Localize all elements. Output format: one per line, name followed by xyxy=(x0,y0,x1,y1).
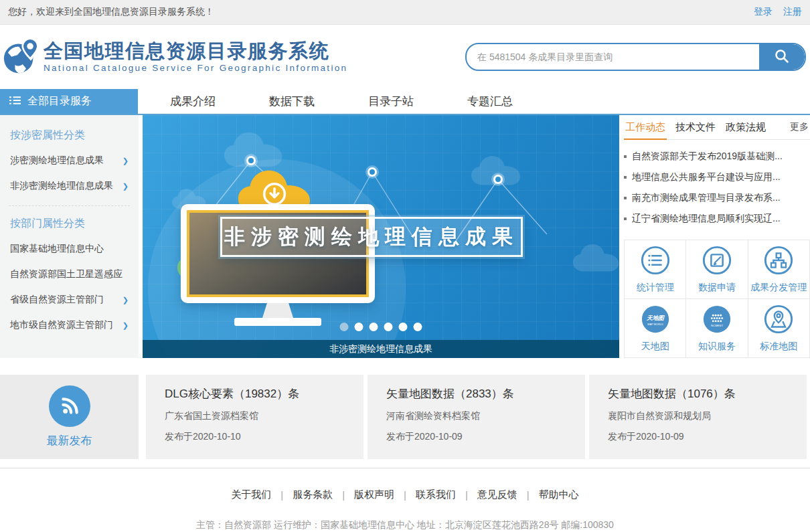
sidebar: 按涉密属性分类涉密测绘地理信息成果❯非涉密测绘地理信息成果❯按部门属性分类国家基… xyxy=(0,115,139,358)
bullet-icon xyxy=(624,197,627,199)
latest-release-label: 最新发布 xyxy=(47,433,92,448)
news-item[interactable]: 南充市测绘成果管理与目录发布系... xyxy=(624,187,810,208)
monitor-base xyxy=(234,318,321,326)
greeting-text: 您好，欢迎来到全国地理信息资源目录服务系统！ xyxy=(8,6,214,18)
globe-pin-logo-icon xyxy=(3,37,39,76)
knowledge-icon: NCMEST xyxy=(702,304,732,337)
svg-text:MAP WORLD: MAP WORLD xyxy=(647,323,663,326)
news-panel: 工作动态技术文件政策法规 更多 自然资源部关于发布2019版基础测...地理信息… xyxy=(624,115,810,358)
carousel-dot-6[interactable] xyxy=(414,323,422,331)
login-link[interactable]: 登录 xyxy=(754,6,773,18)
chevron-right-icon: ❯ xyxy=(123,321,129,330)
divider xyxy=(9,205,130,206)
news-tabs-left: 工作动态技术文件政策法规 xyxy=(625,115,766,139)
sidebar-section-title: 按涉密属性分类 xyxy=(10,128,129,143)
footer-info: 主管：自然资源部 运行维护：国家基础地理信息中心 地址：北京海淀区莲花池西路28… xyxy=(0,519,810,531)
sidebar-item-label: 国家基础地理信息中心 xyxy=(10,243,104,255)
sidebar-item[interactable]: 涉密测绘地理信息成果❯ xyxy=(9,148,130,173)
latest-card[interactable]: 矢量地图数据（1076）条襄阳市自然资源和规划局发布于2020-10-09 xyxy=(589,375,807,459)
sidebar-item-label: 非涉密测绘地理信息成果 xyxy=(10,180,113,192)
footer-link-5[interactable]: 意见反馈 xyxy=(468,489,527,501)
carousel-dot-3[interactable] xyxy=(370,323,378,331)
card-organization: 襄阳市自然资源和规划局 xyxy=(608,410,788,422)
footer: 关于我们|服务条款|版权声明|联系我们|意见反馈|帮助中心 主管：自然资源部 运… xyxy=(0,468,810,531)
banner-headline: 非涉密测绘地理信息成果 xyxy=(220,217,523,257)
quick-link-label: 天地图 xyxy=(641,341,669,353)
standard-map-icon xyxy=(763,304,794,337)
quick-link-distribution[interactable]: 成果分发管理 xyxy=(748,240,809,298)
card-date: 发布于2020-10-09 xyxy=(608,431,788,443)
sidebar-item[interactable]: 地市级自然资源主管部门❯ xyxy=(9,313,130,338)
search-input[interactable] xyxy=(467,44,759,70)
latest-card[interactable]: DLG核心要素（19832）条广东省国土资源档案馆发布于2020-10-10 xyxy=(146,375,363,459)
card-title: DLG核心要素（19832）条 xyxy=(165,386,345,402)
monitor-stand xyxy=(262,303,293,318)
sidebar-item[interactable]: 非涉密测绘地理信息成果❯ xyxy=(9,173,130,199)
footer-link-3[interactable]: 版权声明 xyxy=(345,489,404,501)
nav-item-4[interactable]: 专题汇总 xyxy=(467,94,513,109)
news-tab-3[interactable]: 政策法规 xyxy=(726,115,766,139)
sidebar-item[interactable]: 国家基础地理信息中心 xyxy=(9,236,130,262)
search-button[interactable] xyxy=(759,44,805,70)
nav-item-3[interactable]: 目录子站 xyxy=(368,94,414,109)
sidebar-item-label: 地市级自然资源主管部门 xyxy=(10,319,113,331)
card-title: 矢量地图数据（2833）条 xyxy=(386,386,566,402)
news-tab-2[interactable]: 技术文件 xyxy=(675,115,716,139)
distribution-icon xyxy=(763,245,794,278)
svg-text:NCMEST: NCMEST xyxy=(711,324,724,327)
card-organization: 河南省测绘资料档案馆 xyxy=(386,410,566,422)
catalog-menu-label: 全部目录服务 xyxy=(27,94,92,108)
card-title: 矢量地图数据（1076）条 xyxy=(608,386,788,402)
news-tabs: 工作动态技术文件政策法规 更多 xyxy=(624,115,810,140)
site-title: 全国地理信息资源目录服务系统 xyxy=(44,41,347,62)
sidebar-item-label: 自然资源部国土卫星遥感应 xyxy=(10,268,123,280)
brand[interactable]: 全国地理信息资源目录服务系统 National Catalogue Servic… xyxy=(3,37,347,76)
card-date: 发布于2020-10-09 xyxy=(386,431,566,443)
quick-link-tianditu[interactable]: 天地图MAP WORLD天地图 xyxy=(625,299,685,357)
sidebar-item[interactable]: 省级自然资源主管部门❯ xyxy=(9,287,130,313)
news-more-link[interactable]: 更多 xyxy=(790,121,809,133)
footer-link-6[interactable]: 帮助中心 xyxy=(530,489,588,501)
card-organization: 广东省国土资源档案馆 xyxy=(165,410,345,422)
news-item[interactable]: 自然资源部关于发布2019版基础测... xyxy=(624,146,810,167)
sidebar-section-title: 按部门属性分类 xyxy=(10,217,129,231)
sidebar-item-label: 省级自然资源主管部门 xyxy=(10,294,104,306)
nav-item-2[interactable]: 数据下载 xyxy=(269,94,315,109)
catalog-menu-button[interactable]: 全部目录服务 xyxy=(0,89,138,114)
footer-link-1[interactable]: 关于我们 xyxy=(222,489,280,501)
carousel-dot-5[interactable] xyxy=(399,323,408,331)
auth-links: 登录 注册 xyxy=(754,6,802,18)
bullet-icon xyxy=(624,217,627,220)
hero-carousel[interactable]: 非涉密测绘地理信息成果 非涉密测绘地理信息成果 xyxy=(143,115,619,358)
main-nav: 全部目录服务 成果介绍数据下载目录子站专题汇总 xyxy=(0,89,810,115)
register-link[interactable]: 注册 xyxy=(783,6,802,18)
sidebar-item[interactable]: 自然资源部国土卫星遥感应 xyxy=(9,262,130,287)
nav-item-1[interactable]: 成果介绍 xyxy=(170,94,216,109)
carousel-dot-1[interactable] xyxy=(340,323,349,331)
quick-link-label: 标准地图 xyxy=(760,341,797,353)
rss-icon xyxy=(49,385,90,427)
carousel-dot-4[interactable] xyxy=(384,323,393,331)
bullet-icon xyxy=(624,155,627,158)
news-item[interactable]: 辽宁省测绘地理信息局顺利实现辽... xyxy=(624,208,810,229)
news-item[interactable]: 地理信息公共服务平台建设与应用... xyxy=(624,167,810,187)
news-tab-1[interactable]: 工作动态 xyxy=(625,115,665,139)
news-item-text: 辽宁省测绘地理信息局顺利实现辽... xyxy=(632,213,781,225)
quick-link-knowledge[interactable]: NCMEST知识服务 xyxy=(686,299,747,357)
site-subtitle: National Catalogue Service For Geographi… xyxy=(44,63,347,73)
footer-link-4[interactable]: 联系我们 xyxy=(406,489,465,501)
latest-card[interactable]: 矢量地图数据（2833）条河南省测绘资料档案馆发布于2020-10-09 xyxy=(368,375,585,459)
carousel-caption: 非涉密测绘地理信息成果 xyxy=(143,340,619,358)
header: 全国地理信息资源目录服务系统 National Catalogue Servic… xyxy=(0,25,810,89)
quick-links-grid: 统计管理数据申请成果分发管理天地图MAP WORLD天地图NCMEST知识服务标… xyxy=(624,240,810,358)
quick-link-standard-map[interactable]: 标准地图 xyxy=(748,299,809,357)
quick-link-data-apply[interactable]: 数据申请 xyxy=(686,240,747,298)
footer-link-2[interactable]: 服务条款 xyxy=(283,489,342,501)
quick-link-stats-list[interactable]: 统计管理 xyxy=(625,240,685,298)
carousel-dot-2[interactable] xyxy=(355,323,363,331)
search-box xyxy=(465,43,806,71)
chevron-right-icon: ❯ xyxy=(123,182,129,191)
hamburger-list-icon xyxy=(9,96,21,108)
main-content: 按涉密属性分类涉密测绘地理信息成果❯非涉密测绘地理信息成果❯按部门属性分类国家基… xyxy=(0,115,810,358)
search-icon xyxy=(774,48,790,66)
